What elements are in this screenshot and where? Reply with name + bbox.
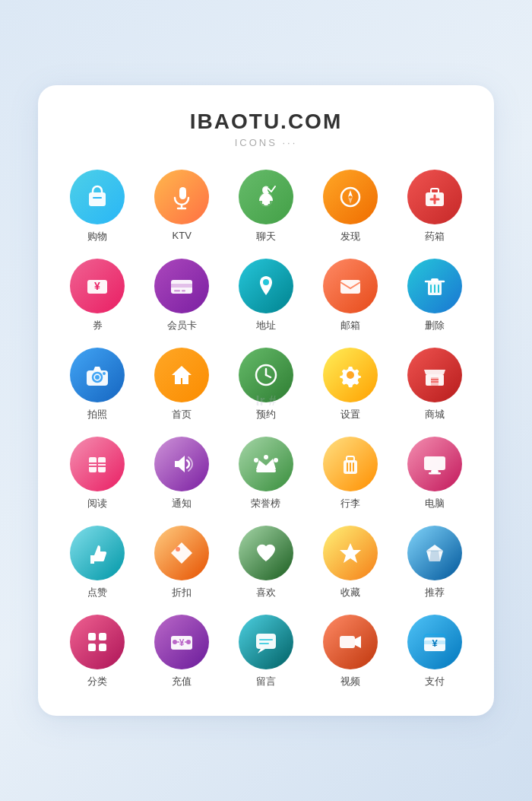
- icon-circle-honor: [239, 437, 293, 491]
- svg-rect-23: [182, 290, 185, 292]
- icon-label-honor: 荣誉榜: [251, 497, 280, 510]
- svg-rect-21: [171, 284, 192, 288]
- icon-circle-shopping: [70, 170, 125, 224]
- svg-point-24: [263, 279, 269, 285]
- svg-rect-55: [347, 456, 354, 461]
- svg-point-52: [274, 458, 278, 462]
- icon-item-like[interactable]: 点赞: [59, 526, 136, 599]
- icon-item-mail[interactable]: 邮箱: [312, 259, 388, 332]
- icon-label-pay: 支付: [425, 675, 445, 688]
- icon-item-recharge[interactable]: ¥ 充值: [144, 615, 220, 688]
- svg-point-73: [186, 640, 191, 644]
- icon-circle-home: [154, 348, 209, 402]
- icon-circle-medicine: [407, 170, 462, 224]
- icon-circle-favorite: [239, 526, 293, 580]
- icon-item-shopping[interactable]: 购物: [59, 170, 136, 243]
- svg-rect-22: [174, 290, 180, 292]
- icon-item-honor[interactable]: 荣誉榜: [228, 437, 305, 510]
- icon-item-discover[interactable]: 发现: [312, 170, 388, 243]
- icon-label-collect: 收藏: [340, 586, 360, 599]
- card-subtitle: ICONS ···: [59, 137, 473, 148]
- icon-circle-like: [70, 526, 125, 580]
- icon-label-address: 地址: [256, 319, 276, 332]
- icon-item-collect[interactable]: 收藏: [312, 526, 388, 599]
- icon-item-medicine[interactable]: 药箱: [396, 170, 473, 243]
- icon-item-computer[interactable]: 电脑: [396, 437, 473, 510]
- icon-label-discount: 折扣: [172, 586, 192, 599]
- icon-circle-recommend: [407, 526, 462, 580]
- svg-rect-79: [340, 636, 355, 648]
- icon-label-recommend: 推荐: [425, 586, 445, 599]
- icon-circle-vip: [154, 259, 209, 313]
- svg-text:¥: ¥: [432, 637, 438, 649]
- icon-item-home[interactable]: 首页: [144, 348, 220, 421]
- icon-label-medicine: 药箱: [425, 230, 445, 243]
- icon-circle-collect: [323, 526, 378, 580]
- icon-item-chat[interactable]: 聊天: [228, 170, 305, 243]
- icon-label-photo: 拍照: [87, 408, 107, 421]
- icon-label-mall: 商城: [425, 408, 445, 421]
- icon-circle-address: [239, 259, 293, 313]
- svg-rect-45: [98, 457, 106, 472]
- icon-label-ktv: KTV: [173, 230, 192, 241]
- icon-circle-coupon: ¥: [70, 259, 125, 313]
- icon-item-category[interactable]: 分类: [59, 615, 136, 688]
- icon-item-settings[interactable]: 设置: [312, 348, 388, 421]
- svg-line-38: [266, 375, 271, 377]
- icon-item-pay[interactable]: ¥ 支付: [396, 615, 473, 688]
- icon-item-video[interactable]: 视频: [312, 615, 388, 688]
- icon-circle-video: [323, 615, 378, 669]
- icon-label-comment: 留言: [256, 675, 276, 688]
- icon-circle-pay: ¥: [407, 615, 462, 669]
- icon-label-chat: 聊天: [256, 230, 276, 243]
- svg-marker-63: [340, 543, 361, 563]
- icon-item-mall[interactable]: 商城: [396, 348, 473, 421]
- icon-circle-booking: [239, 348, 293, 402]
- icon-item-reading[interactable]: 阅读: [59, 437, 136, 510]
- svg-rect-50: [256, 469, 276, 472]
- icon-circle-discover: [323, 170, 378, 224]
- icon-item-delete[interactable]: 删除: [396, 259, 473, 332]
- icon-item-vip[interactable]: 会员卡: [144, 259, 220, 332]
- icon-label-video: 视频: [340, 675, 360, 688]
- icon-circle-ktv: [154, 170, 209, 224]
- icon-item-booking[interactable]: 预约: [228, 348, 305, 421]
- icon-label-vip: 会员卡: [167, 319, 197, 332]
- svg-rect-68: [99, 633, 106, 640]
- icon-item-favorite[interactable]: 喜欢: [228, 526, 305, 599]
- svg-rect-60: [431, 470, 439, 472]
- icon-circle-mail: [323, 259, 378, 313]
- icon-item-discount[interactable]: 折扣: [144, 526, 220, 599]
- icon-label-settings: 设置: [340, 408, 360, 421]
- icon-label-booking: 预约: [256, 408, 276, 421]
- icon-item-ktv[interactable]: KTV: [144, 170, 220, 243]
- svg-text:¥: ¥: [179, 637, 185, 648]
- icon-item-comment[interactable]: 留言: [228, 615, 305, 688]
- icon-label-luggage: 行李: [340, 497, 360, 510]
- icon-item-coupon[interactable]: ¥ 券: [59, 259, 136, 332]
- icon-item-photo[interactable]: 拍照: [59, 348, 136, 421]
- svg-rect-76: [256, 634, 276, 649]
- svg-point-10: [264, 202, 268, 205]
- icon-circle-category: [70, 615, 125, 669]
- svg-rect-44: [89, 457, 97, 472]
- card-header: IBAOTU.COM ICONS ···: [59, 110, 473, 148]
- icon-item-notify[interactable]: 通知: [144, 437, 220, 510]
- icon-item-address[interactable]: 地址: [228, 259, 305, 332]
- card-title: IBAOTU.COM: [59, 110, 473, 134]
- icon-item-recommend[interactable]: 推荐: [396, 526, 473, 599]
- icon-label-computer: 电脑: [425, 497, 445, 510]
- svg-point-53: [264, 455, 268, 459]
- icon-label-coupon: 券: [93, 319, 103, 332]
- icon-circle-recharge: ¥: [154, 615, 209, 669]
- svg-rect-59: [424, 456, 445, 470]
- icon-label-discover: 发现: [340, 230, 360, 243]
- svg-marker-13: [348, 197, 353, 204]
- icon-circle-comment: [239, 615, 293, 669]
- svg-rect-67: [88, 633, 96, 640]
- icon-item-luggage[interactable]: 行李: [312, 437, 388, 510]
- svg-rect-2: [179, 187, 186, 199]
- icon-label-shopping: 购物: [87, 230, 107, 243]
- svg-point-72: [173, 640, 177, 644]
- icon-circle-reading: [70, 437, 125, 491]
